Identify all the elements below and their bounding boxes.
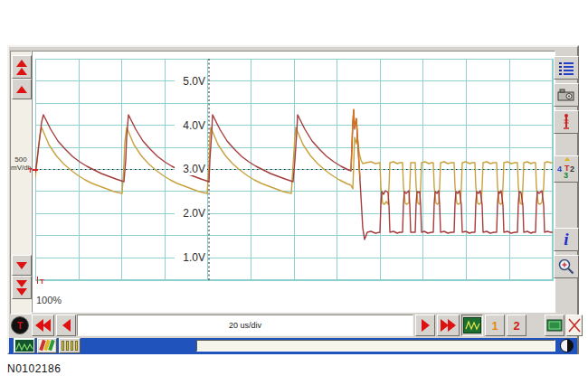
live-display-button[interactable] <box>461 315 483 336</box>
trigger-button-label: T <box>17 321 23 331</box>
figure-label: N0102186 <box>7 362 61 375</box>
taskbar-tools-button[interactable] <box>37 338 57 353</box>
taskbar-library-button[interactable] <box>59 338 81 353</box>
taskbar-scope-button[interactable] <box>14 338 35 353</box>
timebase-label: 20 us/div <box>229 321 261 330</box>
triangle-up-icon <box>16 86 27 93</box>
scale-down-fast-button[interactable] <box>12 276 32 299</box>
scope-display: 5.0V 4.0V 3.0V 2.0V 1.0V T T 100% <box>32 51 555 313</box>
list-button[interactable] <box>554 56 579 80</box>
trigger-marker-bottom: T <box>40 278 44 286</box>
contrast-icon[interactable] <box>560 339 574 352</box>
step-forward-button[interactable] <box>415 315 435 336</box>
close-plot-button[interactable] <box>566 315 583 336</box>
taskbar <box>9 338 577 354</box>
triangle-left-icon <box>62 319 71 332</box>
channel-2-label: 2 <box>513 319 519 333</box>
snapshot-button[interactable] <box>554 83 579 107</box>
library-bars-icon <box>61 341 79 351</box>
magnifier-icon <box>557 258 575 276</box>
scale-value: 500 <box>11 155 31 164</box>
timebase-scrollbar[interactable]: 20 us/div <box>77 315 413 336</box>
trigger-level-tick <box>33 169 38 171</box>
taskbar-scope-icon <box>14 339 34 352</box>
page-root: 500 mV/div 5.0V 4.0V 3.0V <box>0 0 588 385</box>
trigger-time-tick <box>37 277 38 284</box>
chevron-double-up-icon <box>16 60 27 67</box>
voltage-label: 2.0V <box>175 207 207 220</box>
waveform-svg <box>35 52 553 285</box>
scale-up-button[interactable] <box>12 79 32 99</box>
triangle-down-icon <box>16 262 27 269</box>
info-icon: i <box>564 231 568 248</box>
probe-button[interactable] <box>554 110 579 134</box>
zoom-percent-label: 100% <box>36 295 62 305</box>
channel-1-label: 1 <box>491 319 498 333</box>
channels-button[interactable]: 4 T 2 3 <box>554 155 579 183</box>
voltage-label: 5.0V <box>175 75 207 88</box>
voltage-label: 4.0V <box>175 119 207 132</box>
step-back-button[interactable] <box>56 315 76 336</box>
taskbar-status-panel <box>196 340 555 352</box>
probe-icon <box>562 113 571 131</box>
channels-icon: 4 T 2 3 <box>556 159 576 179</box>
color-stack-icon <box>39 340 55 352</box>
waveform-icon <box>463 317 481 333</box>
triangle-right-icon <box>422 319 430 332</box>
x-icon <box>568 317 581 333</box>
fast-forward-button[interactable] <box>437 315 460 336</box>
vertical-scale-panel: 500 mV/div <box>10 51 32 315</box>
camera-icon <box>557 88 575 102</box>
info-button[interactable]: i <box>554 228 579 251</box>
voltage-label: 1.0V <box>175 251 207 264</box>
voltage-label: 3.0V <box>175 163 207 175</box>
app-window: 500 mV/div 5.0V 4.0V 3.0V <box>7 45 579 354</box>
scale-up-fast-button[interactable] <box>12 55 32 79</box>
trigger-button[interactable]: T <box>11 316 29 334</box>
scale-down-button[interactable] <box>12 255 32 276</box>
monitor-icon <box>546 319 563 332</box>
chevron-double-down-icon <box>16 280 27 287</box>
zoom-button[interactable] <box>554 255 579 278</box>
list-icon <box>558 61 574 75</box>
channel-up-arrow-icon <box>564 157 570 161</box>
channel-2-button[interactable]: 2 <box>507 315 526 336</box>
channel-1-button[interactable]: 1 <box>485 315 505 336</box>
rewind-button[interactable] <box>32 315 54 336</box>
screen-button[interactable] <box>545 315 564 336</box>
